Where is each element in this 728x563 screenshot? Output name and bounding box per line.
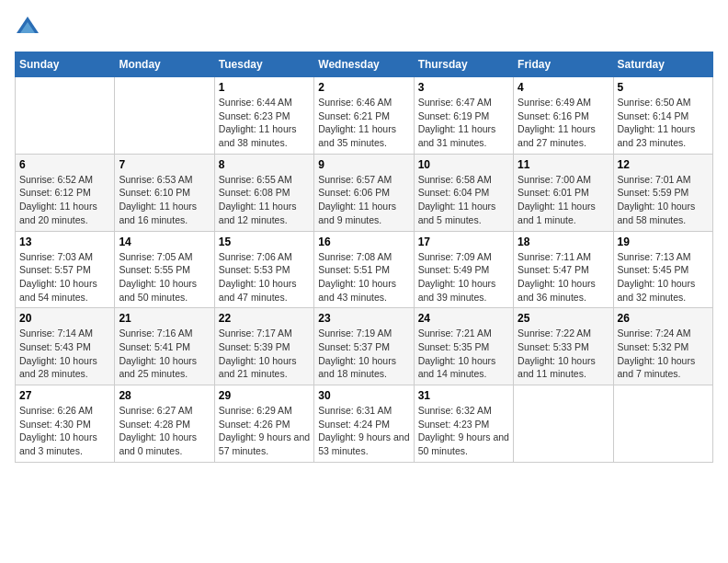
day-number: 9 — [318, 158, 409, 171]
day-number: 5 — [618, 81, 709, 94]
weekday-header-monday: Monday — [115, 52, 214, 77]
calendar-cell: 3Sunrise: 6:47 AM Sunset: 6:19 PM Daylig… — [414, 77, 513, 155]
day-number: 4 — [518, 81, 609, 94]
calendar-cell: 31Sunrise: 6:32 AM Sunset: 4:23 PM Dayli… — [414, 385, 513, 463]
day-detail: Sunrise: 6:31 AM Sunset: 4:24 PM Dayligh… — [318, 404, 409, 458]
calendar-week-row: 1Sunrise: 6:44 AM Sunset: 6:23 PM Daylig… — [16, 77, 713, 155]
calendar-cell: 4Sunrise: 6:49 AM Sunset: 6:16 PM Daylig… — [514, 77, 613, 155]
day-number: 21 — [119, 312, 210, 325]
day-detail: Sunrise: 7:09 AM Sunset: 5:49 PM Dayligh… — [418, 250, 509, 304]
day-number: 3 — [418, 81, 509, 94]
day-detail: Sunrise: 7:24 AM Sunset: 5:32 PM Dayligh… — [618, 327, 709, 381]
calendar-cell: 2Sunrise: 6:46 AM Sunset: 6:21 PM Daylig… — [314, 77, 414, 155]
day-detail: Sunrise: 7:17 AM Sunset: 5:39 PM Dayligh… — [219, 327, 310, 381]
calendar-week-row: 27Sunrise: 6:26 AM Sunset: 4:30 PM Dayli… — [16, 385, 713, 463]
day-detail: Sunrise: 6:32 AM Sunset: 4:23 PM Dayligh… — [418, 404, 509, 458]
calendar-cell: 17Sunrise: 7:09 AM Sunset: 5:49 PM Dayli… — [414, 231, 513, 308]
calendar-cell: 12Sunrise: 7:01 AM Sunset: 5:59 PM Dayli… — [613, 154, 712, 231]
day-number: 25 — [518, 312, 609, 325]
calendar-cell: 18Sunrise: 7:11 AM Sunset: 5:47 PM Dayli… — [514, 231, 613, 308]
calendar-week-row: 6Sunrise: 6:52 AM Sunset: 6:12 PM Daylig… — [16, 154, 713, 231]
calendar-cell: 13Sunrise: 7:03 AM Sunset: 5:57 PM Dayli… — [16, 231, 115, 308]
day-detail: Sunrise: 6:46 AM Sunset: 6:21 PM Dayligh… — [318, 96, 409, 150]
day-detail: Sunrise: 7:06 AM Sunset: 5:53 PM Dayligh… — [219, 250, 310, 304]
day-detail: Sunrise: 7:01 AM Sunset: 5:59 PM Dayligh… — [618, 173, 709, 227]
calendar-cell: 22Sunrise: 7:17 AM Sunset: 5:39 PM Dayli… — [214, 308, 313, 385]
day-number: 7 — [119, 158, 210, 171]
calendar-cell: 6Sunrise: 6:52 AM Sunset: 6:12 PM Daylig… — [16, 154, 115, 231]
calendar-cell: 8Sunrise: 6:55 AM Sunset: 6:08 PM Daylig… — [214, 154, 313, 231]
day-number: 11 — [518, 158, 609, 171]
calendar-cell — [613, 385, 712, 463]
day-number: 8 — [219, 158, 310, 171]
day-number: 6 — [19, 158, 110, 171]
day-detail: Sunrise: 7:03 AM Sunset: 5:57 PM Dayligh… — [19, 250, 110, 304]
day-detail: Sunrise: 6:29 AM Sunset: 4:26 PM Dayligh… — [219, 404, 310, 458]
day-number: 28 — [119, 389, 210, 402]
calendar-cell — [115, 77, 214, 155]
calendar-cell: 7Sunrise: 6:53 AM Sunset: 6:10 PM Daylig… — [115, 154, 214, 231]
calendar-cell: 15Sunrise: 7:06 AM Sunset: 5:53 PM Dayli… — [214, 231, 313, 308]
day-detail: Sunrise: 6:53 AM Sunset: 6:10 PM Dayligh… — [119, 173, 210, 227]
day-number: 14 — [119, 236, 210, 248]
day-number: 31 — [418, 389, 509, 402]
day-number: 18 — [518, 236, 609, 248]
day-detail: Sunrise: 6:57 AM Sunset: 6:06 PM Dayligh… — [318, 173, 409, 227]
day-number: 10 — [418, 158, 509, 171]
day-detail: Sunrise: 6:55 AM Sunset: 6:08 PM Dayligh… — [219, 173, 310, 227]
day-detail: Sunrise: 7:08 AM Sunset: 5:51 PM Dayligh… — [318, 250, 409, 304]
logo — [15, 15, 44, 40]
day-detail: Sunrise: 6:47 AM Sunset: 6:19 PM Dayligh… — [418, 96, 509, 150]
weekday-header-friday: Friday — [514, 52, 613, 77]
weekday-header-row: SundayMondayTuesdayWednesdayThursdayFrid… — [16, 52, 713, 77]
calendar-cell: 23Sunrise: 7:19 AM Sunset: 5:37 PM Dayli… — [314, 308, 414, 385]
calendar-cell: 24Sunrise: 7:21 AM Sunset: 5:35 PM Dayli… — [414, 308, 513, 385]
day-number: 13 — [19, 236, 110, 248]
day-detail: Sunrise: 6:52 AM Sunset: 6:12 PM Dayligh… — [19, 173, 110, 227]
day-detail: Sunrise: 7:13 AM Sunset: 5:45 PM Dayligh… — [618, 250, 709, 304]
day-detail: Sunrise: 6:27 AM Sunset: 4:28 PM Dayligh… — [119, 404, 210, 458]
day-number: 27 — [19, 389, 110, 402]
weekday-header-sunday: Sunday — [16, 52, 115, 77]
calendar-cell: 25Sunrise: 7:22 AM Sunset: 5:33 PM Dayli… — [514, 308, 613, 385]
day-number: 16 — [318, 236, 409, 248]
calendar-cell: 21Sunrise: 7:16 AM Sunset: 5:41 PM Dayli… — [115, 308, 214, 385]
calendar-cell — [514, 385, 613, 463]
day-detail: Sunrise: 6:50 AM Sunset: 6:14 PM Dayligh… — [618, 96, 709, 150]
calendar-week-row: 13Sunrise: 7:03 AM Sunset: 5:57 PM Dayli… — [16, 231, 713, 308]
calendar-cell: 14Sunrise: 7:05 AM Sunset: 5:55 PM Dayli… — [115, 231, 214, 308]
day-number: 15 — [219, 236, 310, 248]
calendar-cell: 26Sunrise: 7:24 AM Sunset: 5:32 PM Dayli… — [613, 308, 712, 385]
calendar-cell: 16Sunrise: 7:08 AM Sunset: 5:51 PM Dayli… — [314, 231, 414, 308]
calendar-cell: 29Sunrise: 6:29 AM Sunset: 4:26 PM Dayli… — [214, 385, 313, 463]
calendar-table: SundayMondayTuesdayWednesdayThursdayFrid… — [15, 52, 713, 463]
day-detail: Sunrise: 7:21 AM Sunset: 5:35 PM Dayligh… — [418, 327, 509, 381]
weekday-header-thursday: Thursday — [414, 52, 513, 77]
calendar-cell: 1Sunrise: 6:44 AM Sunset: 6:23 PM Daylig… — [214, 77, 313, 155]
day-detail: Sunrise: 7:16 AM Sunset: 5:41 PM Dayligh… — [119, 327, 210, 381]
day-number: 26 — [618, 312, 709, 325]
day-detail: Sunrise: 7:14 AM Sunset: 5:43 PM Dayligh… — [19, 327, 110, 381]
day-detail: Sunrise: 7:00 AM Sunset: 6:01 PM Dayligh… — [518, 173, 609, 227]
day-number: 24 — [418, 312, 509, 325]
day-detail: Sunrise: 7:19 AM Sunset: 5:37 PM Dayligh… — [318, 327, 409, 381]
day-detail: Sunrise: 6:58 AM Sunset: 6:04 PM Dayligh… — [418, 173, 509, 227]
calendar-cell: 28Sunrise: 6:27 AM Sunset: 4:28 PM Dayli… — [115, 385, 214, 463]
calendar-cell: 5Sunrise: 6:50 AM Sunset: 6:14 PM Daylig… — [613, 77, 712, 155]
day-number: 30 — [318, 389, 409, 402]
weekday-header-saturday: Saturday — [613, 52, 712, 77]
day-number: 23 — [318, 312, 409, 325]
calendar-cell: 30Sunrise: 6:31 AM Sunset: 4:24 PM Dayli… — [314, 385, 414, 463]
calendar-cell: 11Sunrise: 7:00 AM Sunset: 6:01 PM Dayli… — [514, 154, 613, 231]
calendar-cell: 19Sunrise: 7:13 AM Sunset: 5:45 PM Dayli… — [613, 231, 712, 308]
calendar-cell: 9Sunrise: 6:57 AM Sunset: 6:06 PM Daylig… — [314, 154, 414, 231]
page-header — [15, 15, 713, 40]
calendar-cell: 10Sunrise: 6:58 AM Sunset: 6:04 PM Dayli… — [414, 154, 513, 231]
day-number: 17 — [418, 236, 509, 248]
calendar-cell — [16, 77, 115, 155]
day-detail: Sunrise: 6:26 AM Sunset: 4:30 PM Dayligh… — [19, 404, 110, 458]
calendar-week-row: 20Sunrise: 7:14 AM Sunset: 5:43 PM Dayli… — [16, 308, 713, 385]
calendar-cell: 20Sunrise: 7:14 AM Sunset: 5:43 PM Dayli… — [16, 308, 115, 385]
day-detail: Sunrise: 7:11 AM Sunset: 5:47 PM Dayligh… — [518, 250, 609, 304]
day-number: 22 — [219, 312, 310, 325]
